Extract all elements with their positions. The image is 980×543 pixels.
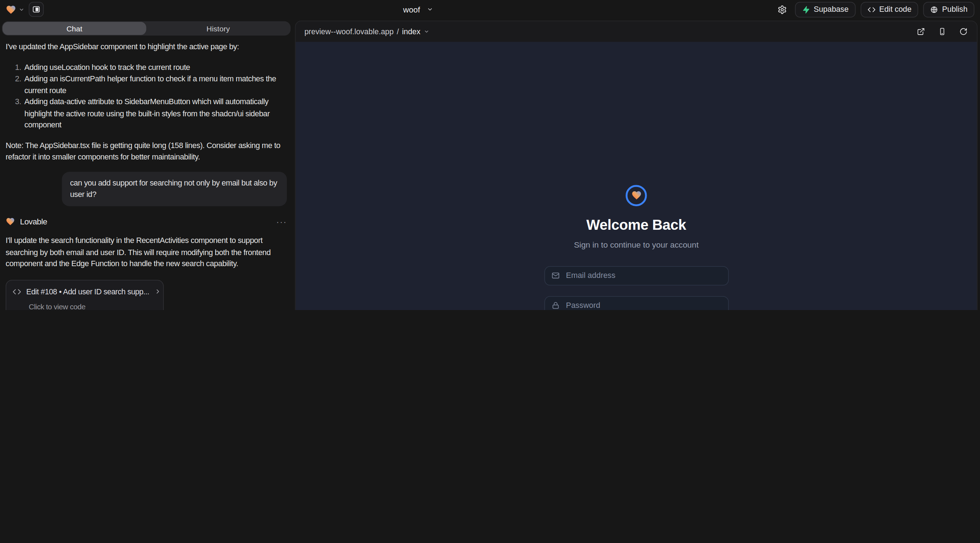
edit-card[interactable]: Edit #108 • Add user ID search supp... C… <box>6 280 164 310</box>
message-paragraph: I'll update the search functionality in … <box>6 235 287 269</box>
message-menu-button[interactable]: ··· <box>276 219 287 225</box>
tab-chat-label: Chat <box>66 24 82 33</box>
publish-label: Publish <box>942 5 967 14</box>
tab-chat[interactable]: Chat <box>3 22 146 35</box>
project-name: woof <box>403 5 420 14</box>
login-title: Welcome Back <box>586 217 686 233</box>
login-card: Welcome Back Sign in to continue to your… <box>544 185 729 310</box>
email-field <box>544 266 729 285</box>
chevron-down-icon <box>424 29 430 35</box>
settings-button[interactable] <box>775 2 790 17</box>
chevron-down-icon <box>427 6 433 13</box>
lock-icon <box>551 301 560 310</box>
login-subtitle: Sign in to continue to your account <box>574 240 698 249</box>
preview-viewport: Welcome Back Sign in to continue to your… <box>296 42 977 310</box>
tab-history-label: History <box>207 24 230 33</box>
lovable-logo-menu[interactable] <box>6 4 25 14</box>
chevron-right-icon <box>154 288 161 295</box>
code-icon <box>867 5 875 14</box>
assistant-message: Lovable ··· I'll update the search funct… <box>6 216 287 310</box>
message-list: Adding useLocation hook to track the cur… <box>6 62 287 131</box>
code-icon <box>13 287 21 296</box>
lovable-heart-icon <box>6 217 15 226</box>
app-window: woof Supabase Edit code <box>0 0 980 310</box>
refresh-button[interactable] <box>958 26 968 37</box>
password-input[interactable] <box>565 300 722 310</box>
edit-card-subtitle: Click to view code <box>29 301 157 310</box>
mail-icon <box>551 271 560 280</box>
sidebar-toggle-button[interactable] <box>29 2 44 17</box>
list-item: Adding an isCurrentPath helper function … <box>23 73 287 96</box>
globe-icon <box>931 5 939 14</box>
edit-code-button[interactable]: Edit code <box>861 2 918 17</box>
mobile-view-button[interactable] <box>937 26 947 37</box>
external-link-icon <box>916 27 925 36</box>
assistant-header: Lovable ··· <box>6 216 287 227</box>
top-header: woof Supabase Edit code <box>0 0 980 19</box>
sender-name: Lovable <box>20 216 47 227</box>
assistant-message: I've updated the AppSidebar component to… <box>6 41 287 163</box>
edit-card-wrapper: Edit #108 • Add user ID search supp... C… <box>6 280 164 310</box>
supabase-icon <box>802 5 810 14</box>
edit-card-title: Edit #108 • Add user ID search supp... <box>26 286 149 297</box>
chat-messages: I've updated the AppSidebar component to… <box>2 41 291 310</box>
open-in-new-tab-button[interactable] <box>916 26 926 37</box>
chat-history-tabs: Chat History <box>2 21 291 36</box>
list-item: Adding data-active attribute to SidebarM… <box>23 96 287 131</box>
password-field <box>544 296 729 310</box>
lovable-heart-icon <box>6 4 16 14</box>
path-separator: / <box>397 27 399 36</box>
list-item: Adding useLocation hook to track the cur… <box>23 62 287 73</box>
chevron-down-icon <box>19 6 25 12</box>
preview-panel: preview--woof.lovable.app / index <box>295 21 977 310</box>
refresh-icon <box>959 27 967 36</box>
user-message-bubble: can you add support for searching not on… <box>62 171 286 206</box>
preview-url-bar: preview--woof.lovable.app / index <box>296 21 977 42</box>
preview-url: preview--woof.lovable.app <box>304 27 394 36</box>
preview-page: index <box>402 27 420 36</box>
project-title-button[interactable]: woof <box>403 0 433 19</box>
message-paragraph: Note: The AppSidebar.tsx file is getting… <box>6 140 287 163</box>
app-logo <box>625 185 647 206</box>
supabase-label: Supabase <box>814 5 849 14</box>
edit-code-label: Edit code <box>879 5 912 14</box>
smartphone-icon <box>938 27 946 36</box>
panel-left-icon <box>32 5 41 14</box>
chat-panel: Chat History I've updated the AppSidebar… <box>0 19 293 310</box>
heart-icon <box>631 190 642 200</box>
gear-icon <box>778 5 787 14</box>
supabase-button[interactable]: Supabase <box>795 2 856 17</box>
preview-url-menu[interactable]: preview--woof.lovable.app / index <box>304 27 430 36</box>
email-input[interactable] <box>565 270 722 280</box>
publish-button[interactable]: Publish <box>923 2 974 17</box>
user-message-text: can you add support for searching not on… <box>70 178 277 199</box>
tab-history[interactable]: History <box>146 22 290 35</box>
message-paragraph: I've updated the AppSidebar component to… <box>6 41 287 53</box>
